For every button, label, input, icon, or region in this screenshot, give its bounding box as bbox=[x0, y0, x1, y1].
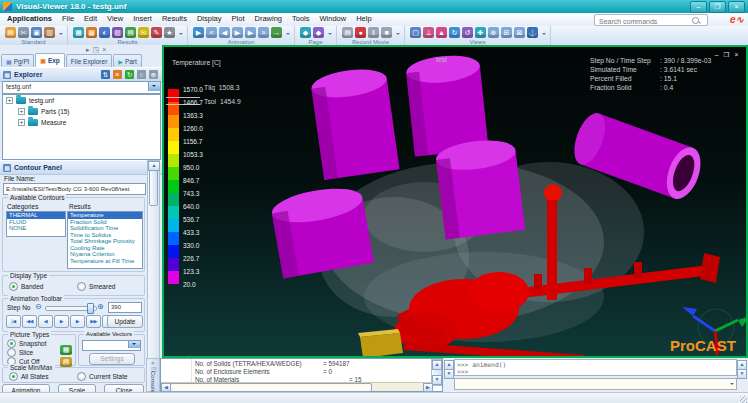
maximize-button[interactable]: ❐ bbox=[709, 1, 726, 13]
zoom-window-icon[interactable]: ⊞ bbox=[501, 27, 512, 38]
sidebar-scrollbar[interactable]: ▲ ▼ bbox=[147, 160, 160, 383]
rotate-icon[interactable]: ↻ bbox=[449, 27, 460, 38]
open-icon[interactable]: ▤ bbox=[5, 27, 16, 38]
pan-icon[interactable]: ✚ bbox=[475, 27, 486, 38]
animate-icon[interactable]: ▶ bbox=[193, 27, 204, 38]
cutoff-image-button[interactable]: ▤ bbox=[60, 357, 72, 367]
3d-canvas[interactable]: ProCAST bbox=[164, 47, 746, 356]
prev-page-icon[interactable]: ◆ bbox=[300, 27, 311, 38]
tree-item-measure[interactable]: +Measure bbox=[3, 117, 160, 128]
menu-applications[interactable]: Applications bbox=[2, 13, 57, 25]
radio-banded[interactable]: Banded bbox=[9, 282, 43, 291]
py-scroll-down2-icon[interactable]: ▼ bbox=[737, 369, 747, 379]
group-overflow-icon[interactable] bbox=[286, 33, 290, 37]
refresh-icon[interactable]: ↻ bbox=[125, 70, 134, 79]
tree-expander-icon[interactable]: + bbox=[6, 97, 13, 104]
console-hscrollbar[interactable]: ◀ ▶ bbox=[161, 382, 433, 391]
tree-expander-icon[interactable]: + bbox=[18, 108, 25, 115]
pause-icon[interactable]: ‖ bbox=[368, 27, 379, 38]
radio-slice[interactable]: Slice bbox=[7, 348, 33, 357]
category-item[interactable]: NONE bbox=[7, 225, 65, 232]
section-icon[interactable]: ◐ bbox=[99, 27, 110, 38]
group-overflow-icon[interactable] bbox=[396, 33, 400, 37]
step-slider-thumb[interactable] bbox=[87, 303, 94, 314]
movie-icon[interactable]: ▤ bbox=[342, 27, 353, 38]
step-value-field[interactable]: 390 bbox=[108, 302, 142, 313]
menu-drawing[interactable]: Drawing bbox=[249, 13, 287, 25]
group-overflow-icon[interactable] bbox=[59, 33, 63, 37]
minimize-button[interactable]: – bbox=[690, 1, 707, 13]
play-icon[interactable]: ▶ bbox=[232, 27, 243, 38]
result-item[interactable]: Total Shrinkage Porosity bbox=[68, 238, 142, 245]
fast-back-button[interactable]: ◀◀ bbox=[22, 315, 37, 328]
step-decrement-icon[interactable]: ⊖ bbox=[35, 302, 42, 311]
triad-icon[interactable]: ⊥ bbox=[423, 27, 434, 38]
step-forward-icon[interactable]: ▶ bbox=[245, 27, 256, 38]
tree-expander-icon[interactable]: + bbox=[18, 119, 25, 126]
menu-file[interactable]: File bbox=[57, 13, 79, 25]
tab-file-explorer[interactable]: File Explorer bbox=[66, 54, 112, 67]
contour-icon[interactable]: ▩ bbox=[86, 27, 97, 38]
vectors-combo[interactable] bbox=[82, 340, 141, 351]
layers-icon[interactable]: ▧ bbox=[112, 27, 123, 38]
vectors-combo-dropdown-icon[interactable] bbox=[128, 341, 140, 348]
menu-results[interactable]: Results bbox=[157, 13, 192, 25]
zoom-icon[interactable]: ⊕ bbox=[488, 27, 499, 38]
group-overflow-icon[interactable] bbox=[542, 33, 546, 37]
slice-image-button[interactable]: ▦ bbox=[60, 345, 72, 355]
menu-insert[interactable]: Insert bbox=[128, 13, 157, 25]
menu-window[interactable]: Window bbox=[315, 13, 352, 25]
fit-icon[interactable]: ⊠ bbox=[514, 27, 525, 38]
anchor-icon[interactable]: ⚓ bbox=[527, 27, 538, 38]
cut-icon[interactable]: ✂ bbox=[18, 27, 29, 38]
search-icon[interactable] bbox=[692, 17, 699, 24]
copy-icon[interactable]: ▣ bbox=[31, 27, 42, 38]
export-animation-icon[interactable]: → bbox=[271, 27, 282, 38]
next-page-icon[interactable]: ◆ bbox=[313, 27, 324, 38]
console-tab[interactable]: × ◳ Console bbox=[146, 358, 160, 392]
last-frame-icon[interactable]: » bbox=[258, 27, 269, 38]
mail-icon[interactable]: ✉ bbox=[138, 27, 149, 38]
menu-edit[interactable]: Edit bbox=[79, 13, 102, 25]
record-icon[interactable]: ● bbox=[355, 27, 366, 38]
spin-icon[interactable]: ↺ bbox=[462, 27, 473, 38]
list-view-icon[interactable]: ≡ bbox=[113, 70, 122, 79]
menu-plot[interactable]: Plot bbox=[227, 13, 250, 25]
group-overflow-icon[interactable] bbox=[328, 33, 332, 37]
python-input[interactable] bbox=[454, 378, 737, 390]
step-increment-icon[interactable]: ⊕ bbox=[97, 302, 104, 311]
resize-grip[interactable] bbox=[740, 396, 747, 403]
add-view-icon[interactable]: ⊕ bbox=[149, 70, 158, 79]
close-panel-icon[interactable]: × bbox=[102, 45, 106, 54]
radio-current-state[interactable]: Current State bbox=[77, 372, 128, 381]
menu-display[interactable]: Display bbox=[192, 13, 227, 25]
tab-exp[interactable]: ▣Exp bbox=[35, 53, 65, 67]
python-output[interactable]: >>> animend()>>> bbox=[454, 359, 737, 376]
py-scroll-down-icon[interactable]: ▼ bbox=[444, 369, 454, 379]
menu-tools[interactable]: Tools bbox=[287, 13, 315, 25]
tab-pg-pl[interactable]: ▦Pg/Pl bbox=[1, 54, 34, 67]
step-back-button[interactable]: ◀ bbox=[38, 315, 53, 328]
combo-dropdown-icon[interactable] bbox=[148, 82, 160, 91]
paste-icon[interactable]: ▥ bbox=[44, 27, 55, 38]
menu-view[interactable]: View bbox=[102, 13, 128, 25]
model-file-combo[interactable]: testg.unf bbox=[2, 81, 161, 94]
step-forward-button[interactable]: ▶ bbox=[70, 315, 85, 328]
tab-part[interactable]: ▶Part bbox=[113, 54, 142, 67]
step-back-icon[interactable]: ◀ bbox=[219, 27, 230, 38]
wizard-icon[interactable]: ★ bbox=[164, 27, 175, 38]
palette-icon[interactable]: ▤ bbox=[125, 27, 136, 38]
tree-item-testg-unf[interactable]: +testg.unf bbox=[3, 95, 160, 106]
python-input-dropdown-icon[interactable] bbox=[730, 383, 734, 387]
tree-item-parts-15-[interactable]: +Parts (15) bbox=[3, 106, 160, 117]
fast-forward-button[interactable]: ▶▶ bbox=[86, 315, 101, 328]
model-icon[interactable]: ▦ bbox=[73, 27, 84, 38]
first-frame-icon[interactable]: « bbox=[206, 27, 217, 38]
first-step-button[interactable]: |◀ bbox=[6, 315, 21, 328]
float-panel-icon[interactable]: ▸ bbox=[86, 45, 90, 54]
group-overflow-icon[interactable] bbox=[179, 33, 183, 37]
tree-filter-icon[interactable]: ⇅ bbox=[101, 70, 110, 79]
settings-button[interactable]: Settings bbox=[89, 353, 135, 365]
close-button[interactable]: × bbox=[728, 1, 745, 13]
result-item[interactable]: Temperature at Fill Time bbox=[68, 258, 142, 265]
